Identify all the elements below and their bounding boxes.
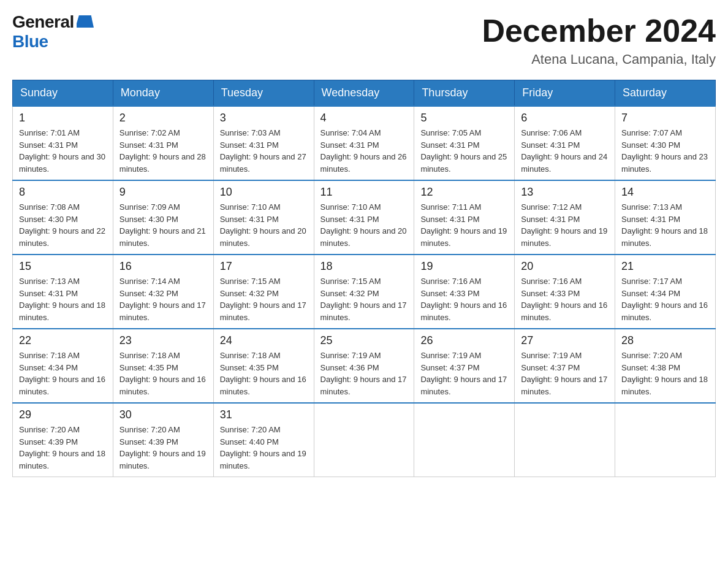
day-number: 16 (119, 260, 207, 273)
calendar-cell: 14 Sunrise: 7:13 AM Sunset: 4:31 PM Dayl… (615, 180, 716, 255)
day-header-monday: Monday (113, 80, 213, 107)
logo-blue-text: Blue (12, 32, 48, 52)
day-number: 21 (621, 260, 709, 273)
day-info: Sunrise: 7:15 AM Sunset: 4:32 PM Dayligh… (320, 275, 408, 323)
day-number: 15 (19, 260, 107, 273)
day-number: 20 (521, 260, 609, 273)
day-header-wednesday: Wednesday (314, 80, 414, 107)
location-text: Atena Lucana, Campania, Italy (482, 52, 716, 67)
day-header-saturday: Saturday (615, 80, 716, 107)
day-number: 31 (220, 408, 308, 421)
day-number: 23 (119, 334, 207, 347)
day-number: 10 (220, 186, 308, 199)
page-header: General Blue December 2024 Atena Lucana,… (12, 12, 716, 67)
svg-marker-1 (77, 17, 94, 28)
day-number: 11 (320, 186, 408, 199)
calendar-cell: 24 Sunrise: 7:18 AM Sunset: 4:35 PM Dayl… (213, 329, 314, 403)
day-info: Sunrise: 7:18 AM Sunset: 4:34 PM Dayligh… (19, 350, 107, 397)
day-number: 5 (420, 112, 508, 124)
title-section: December 2024 Atena Lucana, Campania, It… (482, 12, 716, 67)
calendar-cell: 2 Sunrise: 7:02 AM Sunset: 4:31 PM Dayli… (113, 106, 213, 180)
calendar-cell (414, 403, 515, 477)
day-number: 1 (19, 112, 107, 124)
day-info: Sunrise: 7:17 AM Sunset: 4:34 PM Dayligh… (621, 275, 709, 323)
day-number: 29 (19, 408, 107, 421)
day-number: 4 (320, 112, 408, 124)
logo: General Blue (12, 12, 94, 52)
day-info: Sunrise: 7:04 AM Sunset: 4:31 PM Dayligh… (320, 127, 408, 175)
day-info: Sunrise: 7:07 AM Sunset: 4:30 PM Dayligh… (621, 127, 709, 175)
day-info: Sunrise: 7:16 AM Sunset: 4:33 PM Dayligh… (420, 275, 508, 323)
day-info: Sunrise: 7:20 AM Sunset: 4:39 PM Dayligh… (19, 424, 107, 472)
day-number: 9 (119, 186, 207, 199)
week-row-3: 15 Sunrise: 7:13 AM Sunset: 4:31 PM Dayl… (13, 255, 716, 329)
calendar-cell: 29 Sunrise: 7:20 AM Sunset: 4:39 PM Dayl… (13, 403, 113, 477)
calendar-cell: 26 Sunrise: 7:19 AM Sunset: 4:37 PM Dayl… (414, 329, 515, 403)
day-info: Sunrise: 7:18 AM Sunset: 4:35 PM Dayligh… (220, 350, 308, 397)
calendar-cell (615, 403, 716, 477)
calendar-header-row: SundayMondayTuesdayWednesdayThursdayFrid… (13, 80, 716, 107)
day-info: Sunrise: 7:20 AM Sunset: 4:40 PM Dayligh… (220, 424, 308, 472)
calendar-cell: 19 Sunrise: 7:16 AM Sunset: 4:33 PM Dayl… (414, 255, 515, 329)
calendar-cell: 30 Sunrise: 7:20 AM Sunset: 4:39 PM Dayl… (113, 403, 213, 477)
day-number: 19 (420, 260, 508, 273)
day-info: Sunrise: 7:13 AM Sunset: 4:31 PM Dayligh… (19, 275, 107, 323)
day-info: Sunrise: 7:06 AM Sunset: 4:31 PM Dayligh… (521, 127, 609, 175)
day-number: 18 (320, 260, 408, 273)
day-info: Sunrise: 7:08 AM Sunset: 4:30 PM Dayligh… (19, 201, 107, 249)
day-info: Sunrise: 7:10 AM Sunset: 4:31 PM Dayligh… (220, 201, 308, 249)
day-info: Sunrise: 7:10 AM Sunset: 4:31 PM Dayligh… (320, 201, 408, 249)
calendar-cell: 1 Sunrise: 7:01 AM Sunset: 4:31 PM Dayli… (13, 106, 113, 180)
month-title: December 2024 (482, 12, 716, 49)
day-info: Sunrise: 7:19 AM Sunset: 4:36 PM Dayligh… (320, 350, 408, 397)
day-info: Sunrise: 7:01 AM Sunset: 4:31 PM Dayligh… (19, 127, 107, 175)
calendar-cell: 22 Sunrise: 7:18 AM Sunset: 4:34 PM Dayl… (13, 329, 113, 403)
logo-triangle-icon (77, 14, 94, 29)
day-info: Sunrise: 7:16 AM Sunset: 4:33 PM Dayligh… (521, 275, 609, 323)
week-row-5: 29 Sunrise: 7:20 AM Sunset: 4:39 PM Dayl… (13, 403, 716, 477)
calendar-cell (515, 403, 615, 477)
calendar-cell: 5 Sunrise: 7:05 AM Sunset: 4:31 PM Dayli… (414, 106, 515, 180)
day-number: 7 (621, 112, 709, 124)
day-info: Sunrise: 7:05 AM Sunset: 4:31 PM Dayligh… (420, 127, 508, 175)
day-info: Sunrise: 7:18 AM Sunset: 4:35 PM Dayligh… (119, 350, 207, 397)
day-header-tuesday: Tuesday (213, 80, 314, 107)
day-info: Sunrise: 7:20 AM Sunset: 4:38 PM Dayligh… (621, 350, 709, 397)
week-row-1: 1 Sunrise: 7:01 AM Sunset: 4:31 PM Dayli… (13, 106, 716, 180)
day-number: 3 (220, 112, 308, 124)
day-header-sunday: Sunday (13, 80, 113, 107)
day-number: 22 (19, 334, 107, 347)
calendar-cell: 16 Sunrise: 7:14 AM Sunset: 4:32 PM Dayl… (113, 255, 213, 329)
day-number: 14 (621, 186, 709, 199)
day-header-thursday: Thursday (414, 80, 515, 107)
calendar-cell: 15 Sunrise: 7:13 AM Sunset: 4:31 PM Dayl… (13, 255, 113, 329)
day-number: 13 (521, 186, 609, 199)
calendar-cell: 13 Sunrise: 7:12 AM Sunset: 4:31 PM Dayl… (515, 180, 615, 255)
calendar-cell: 28 Sunrise: 7:20 AM Sunset: 4:38 PM Dayl… (615, 329, 716, 403)
calendar-cell: 11 Sunrise: 7:10 AM Sunset: 4:31 PM Dayl… (314, 180, 414, 255)
calendar-cell: 6 Sunrise: 7:06 AM Sunset: 4:31 PM Dayli… (515, 106, 615, 180)
day-number: 26 (420, 334, 508, 347)
calendar-cell: 25 Sunrise: 7:19 AM Sunset: 4:36 PM Dayl… (314, 329, 414, 403)
day-info: Sunrise: 7:20 AM Sunset: 4:39 PM Dayligh… (119, 424, 207, 472)
day-info: Sunrise: 7:03 AM Sunset: 4:31 PM Dayligh… (220, 127, 308, 175)
day-number: 2 (119, 112, 207, 124)
calendar-cell: 31 Sunrise: 7:20 AM Sunset: 4:40 PM Dayl… (213, 403, 314, 477)
calendar-table: SundayMondayTuesdayWednesdayThursdayFrid… (12, 80, 716, 477)
day-info: Sunrise: 7:12 AM Sunset: 4:31 PM Dayligh… (521, 201, 609, 249)
day-number: 30 (119, 408, 207, 421)
calendar-cell: 7 Sunrise: 7:07 AM Sunset: 4:30 PM Dayli… (615, 106, 716, 180)
calendar-cell (314, 403, 414, 477)
calendar-cell: 4 Sunrise: 7:04 AM Sunset: 4:31 PM Dayli… (314, 106, 414, 180)
day-number: 6 (521, 112, 609, 124)
day-info: Sunrise: 7:13 AM Sunset: 4:31 PM Dayligh… (621, 201, 709, 249)
day-info: Sunrise: 7:19 AM Sunset: 4:37 PM Dayligh… (521, 350, 609, 397)
calendar-cell: 18 Sunrise: 7:15 AM Sunset: 4:32 PM Dayl… (314, 255, 414, 329)
day-number: 27 (521, 334, 609, 347)
calendar-cell: 9 Sunrise: 7:09 AM Sunset: 4:30 PM Dayli… (113, 180, 213, 255)
day-number: 17 (220, 260, 308, 273)
day-info: Sunrise: 7:19 AM Sunset: 4:37 PM Dayligh… (420, 350, 508, 397)
calendar-cell: 27 Sunrise: 7:19 AM Sunset: 4:37 PM Dayl… (515, 329, 615, 403)
week-row-2: 8 Sunrise: 7:08 AM Sunset: 4:30 PM Dayli… (13, 180, 716, 255)
calendar-cell: 23 Sunrise: 7:18 AM Sunset: 4:35 PM Dayl… (113, 329, 213, 403)
